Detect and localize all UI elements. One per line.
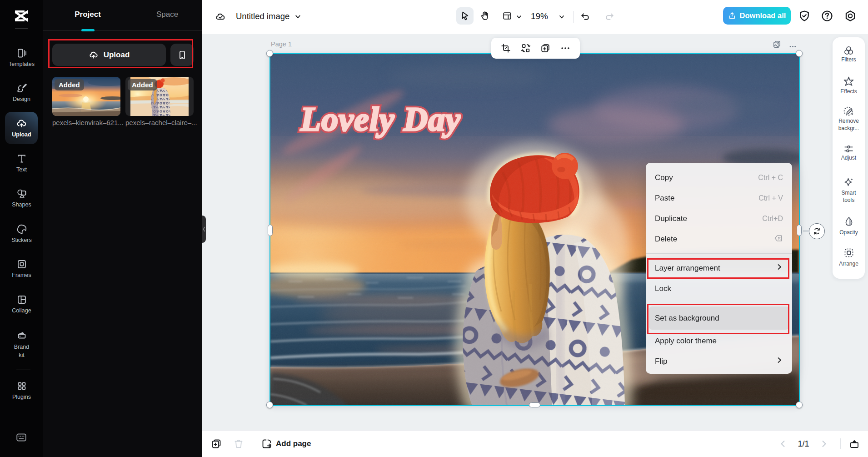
svg-text:Lovely Day: Lovely Day (300, 100, 461, 138)
